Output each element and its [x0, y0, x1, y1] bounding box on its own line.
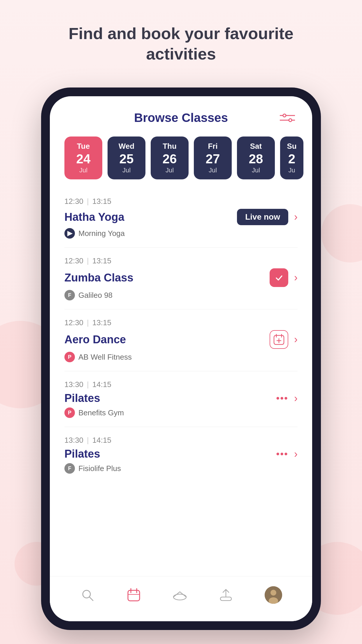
class-chevron-1[interactable]: ›: [294, 211, 298, 223]
time-end-4: 14:15: [92, 380, 111, 389]
bottom-nav: [50, 576, 312, 621]
time-start-1: 12:30: [64, 197, 83, 206]
class-row-4: Pilates ••• ›: [64, 392, 298, 405]
more-options-icon-2[interactable]: •••: [276, 448, 288, 460]
class-row-1: Hatha Yoga Live now ›: [64, 209, 298, 225]
day-number-sat: 28: [249, 153, 263, 165]
class-row-2: Zumba Class ›: [64, 268, 298, 287]
avatar-icon: [265, 586, 282, 604]
day-number-wed: 25: [120, 153, 134, 165]
day-month-wed: Jul: [122, 167, 131, 174]
time-end-3: 13:15: [92, 318, 111, 327]
class-actions-2: ›: [270, 268, 298, 287]
phone-screen: Browse Classes Tue 24 Jul Wed: [50, 96, 312, 621]
class-time-3: 12:30 | 13:15: [64, 318, 298, 327]
calendar-strip: Tue 24 Jul Wed 25 Jul Thu 26 Jul Fri 27 …: [50, 131, 312, 188]
class-actions-4: ••• ›: [276, 392, 298, 405]
class-venue-4: P Benefits Gym: [64, 407, 298, 418]
day-tue[interactable]: Tue 24 Jul: [64, 136, 102, 179]
class-item-hatha-yoga[interactable]: 12:30 | 13:15 Hatha Yoga Live now › ▶ Mo…: [64, 188, 298, 248]
class-venue-3: P AB Well Fitness: [64, 352, 298, 362]
venue-name-1: Morning Yoga: [78, 229, 125, 238]
time-start-3: 12:30: [64, 318, 83, 327]
nav-hat[interactable]: [166, 584, 193, 606]
venue-name-2: Galileo 98: [78, 291, 113, 300]
venue-name-3: AB Well Fitness: [78, 353, 132, 362]
class-actions-1: Live now ›: [237, 209, 298, 225]
venue-icon-2: F: [64, 290, 75, 300]
class-chevron-4[interactable]: ›: [294, 392, 298, 405]
nav-upload[interactable]: [212, 584, 239, 606]
day-name-wed: Wed: [119, 142, 134, 151]
class-name-1: Hatha Yoga: [64, 211, 124, 223]
class-actions-3: ›: [270, 330, 298, 349]
calendar-icon: [126, 587, 141, 603]
day-thu[interactable]: Thu 26 Jul: [151, 136, 189, 179]
live-now-badge[interactable]: Live now: [237, 209, 288, 225]
day-fri[interactable]: Fri 27 Jul: [194, 136, 232, 179]
venue-name-5: Fisiolife Plus: [78, 464, 121, 473]
svg-rect-19: [220, 597, 231, 601]
day-month-thu: Jul: [166, 167, 174, 174]
venue-icon-4: P: [64, 407, 75, 418]
time-start-2: 12:30: [64, 256, 83, 265]
class-item-pilates-1[interactable]: 13:30 | 14:15 Pilates ••• › P Benefits G…: [64, 371, 298, 427]
class-actions-5: ••• ›: [276, 448, 298, 460]
class-name-4: Pilates: [64, 392, 100, 405]
day-sat[interactable]: Sat 28 Jul: [237, 136, 275, 179]
time-end-5: 14:15: [92, 436, 111, 445]
more-options-icon-1[interactable]: •••: [276, 393, 288, 404]
add-calendar-icon[interactable]: [270, 330, 288, 349]
class-chevron-5[interactable]: ›: [294, 448, 298, 460]
class-chevron-3[interactable]: ›: [294, 333, 298, 346]
day-number-tue: 24: [76, 153, 91, 165]
search-icon: [80, 587, 95, 603]
nav-profile[interactable]: [259, 583, 288, 607]
day-month-sun: Ju: [288, 167, 295, 174]
class-name-3: Aero Dance: [64, 333, 126, 346]
day-number-thu: 26: [163, 153, 177, 165]
day-name-sun: Su: [287, 142, 296, 151]
hat-icon: [172, 587, 187, 603]
class-item-pilates-2[interactable]: 13:30 | 14:15 Pilates ••• › F Fisiolife …: [64, 427, 298, 482]
time-end-1: 13:15: [92, 197, 111, 206]
time-end-2: 13:15: [92, 256, 111, 265]
class-venue-1: ▶ Morning Yoga: [64, 228, 298, 239]
day-name-fri: Fri: [208, 142, 217, 151]
venue-icon-5: F: [64, 463, 75, 474]
class-row-5: Pilates ••• ›: [64, 448, 298, 460]
class-chevron-2[interactable]: ›: [294, 272, 298, 284]
svg-line-13: [89, 597, 93, 601]
nav-calendar[interactable]: [120, 584, 147, 606]
time-sep-3: |: [87, 318, 89, 327]
venue-icon-1: ▶: [64, 228, 75, 239]
booked-icon[interactable]: [270, 268, 288, 287]
class-time-2: 12:30 | 13:15: [64, 256, 298, 265]
time-start-4: 13:30: [64, 380, 83, 389]
day-sun[interactable]: Su 2 Ju: [280, 136, 303, 179]
svg-rect-6: [274, 273, 284, 283]
time-sep-1: |: [87, 197, 89, 206]
svg-point-22: [270, 590, 276, 596]
upload-icon: [218, 587, 233, 603]
class-name-2: Zumba Class: [64, 272, 133, 284]
time-sep-4: |: [87, 380, 89, 389]
class-row-3: Aero Dance ›: [64, 330, 298, 349]
class-item-zumba[interactable]: 12:30 | 13:15 Zumba Class ›: [64, 248, 298, 309]
svg-rect-14: [128, 590, 140, 601]
class-time-4: 13:30 | 14:15: [64, 380, 298, 389]
page-title: Find and book your favourite activities: [64, 23, 298, 64]
class-list: 12:30 | 13:15 Hatha Yoga Live now › ▶ Mo…: [50, 188, 312, 576]
class-name-5: Pilates: [64, 448, 100, 460]
day-wed[interactable]: Wed 25 Jul: [108, 136, 145, 179]
class-item-aero-dance[interactable]: 12:30 | 13:15 Aero Dance: [64, 309, 298, 371]
day-number-fri: 27: [206, 153, 220, 165]
venue-icon-3: P: [64, 352, 75, 362]
day-name-thu: Thu: [163, 142, 177, 151]
day-month-tue: Jul: [79, 167, 87, 174]
day-name-tue: Tue: [77, 142, 90, 151]
filter-button[interactable]: [277, 108, 298, 128]
phone-frame: Browse Classes Tue 24 Jul Wed: [41, 88, 321, 630]
nav-search[interactable]: [74, 584, 101, 606]
class-venue-5: F Fisiolife Plus: [64, 463, 298, 474]
